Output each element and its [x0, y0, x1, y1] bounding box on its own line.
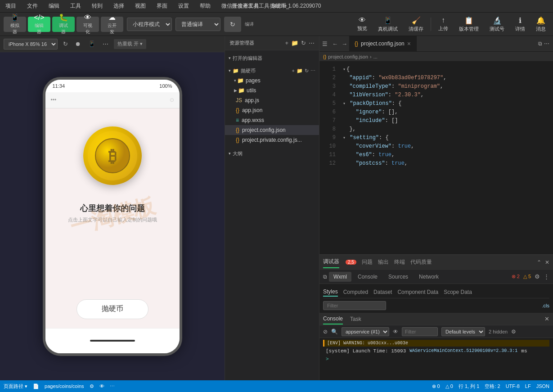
more-files-btn[interactable]: ⋯: [310, 68, 315, 74]
devtools-tab-debugger[interactable]: 调试器: [323, 256, 339, 268]
add-folder-btn[interactable]: 📁: [297, 68, 303, 74]
menu-item-file[interactable]: 文件: [25, 1, 40, 11]
console-prompt[interactable]: >: [323, 356, 549, 363]
message-button[interactable]: 🔔 消息: [532, 17, 549, 32]
status-path[interactable]: 页面路径 ▾: [4, 383, 27, 390]
sim-phone-btn[interactable]: 📱: [86, 40, 97, 48]
outline-section[interactable]: ▾ 大纲: [225, 149, 319, 158]
file-item-appjson[interactable]: {} app.json: [225, 105, 319, 115]
debugger-button[interactable]: 🐛 调试器: [52, 17, 75, 32]
menu-item-edit[interactable]: 编辑: [47, 1, 61, 11]
collapse-btn[interactable]: ⋯: [309, 40, 315, 46]
menu-item-project[interactable]: 项目: [4, 1, 18, 11]
devtools-close-btn[interactable]: ✕: [545, 259, 549, 266]
compile-select[interactable]: 普通编译: [175, 18, 220, 31]
project-header[interactable]: ▾ 📁 抛硬币 + 📁 ↻ ⋯: [225, 66, 319, 76]
devtools-tab-terminal[interactable]: 终端: [394, 257, 405, 268]
menu-item-settings[interactable]: 设置: [176, 1, 191, 11]
console-eye-btn[interactable]: 👁: [393, 329, 398, 335]
file-item-appjs[interactable]: JS app.js: [225, 95, 319, 105]
refresh-btn[interactable]: ↻: [301, 40, 306, 46]
menu-item-help[interactable]: 帮助: [198, 1, 212, 11]
console-close-btn[interactable]: ✕: [544, 315, 549, 322]
mode-select[interactable]: 小程序模式: [127, 18, 172, 31]
file-item-utils[interactable]: ▶ 📁 utils: [225, 86, 319, 95]
inspector-tab-component[interactable]: Component Data: [397, 288, 438, 296]
devtools-tab-output[interactable]: 输出: [378, 257, 389, 268]
devtools-tab-quality[interactable]: 代码质量: [410, 257, 432, 268]
service-select[interactable]: appservice (#1): [342, 327, 389, 336]
menu-item-tools[interactable]: 工具: [68, 1, 83, 11]
filter-input[interactable]: [323, 301, 386, 310]
open-editors-header[interactable]: ▾ 打开的编辑器: [225, 53, 319, 63]
sub-tab-network[interactable]: Network: [414, 272, 443, 282]
status-eye-icon[interactable]: 👁: [99, 383, 104, 389]
throw-coin-button[interactable]: 抛硬币: [76, 299, 148, 319]
inspector-toggle[interactable]: ⧉: [323, 274, 327, 280]
fold-arrow-1[interactable]: ▾: [343, 67, 346, 72]
detail-button[interactable]: ℹ 详情: [512, 17, 529, 32]
upload-button[interactable]: ↑ 上传: [435, 17, 452, 32]
sim-refresh-btn[interactable]: ↻: [61, 40, 70, 48]
more-editor-btn[interactable]: ⋯: [544, 41, 549, 47]
status-more-icon[interactable]: ⋯: [110, 383, 115, 389]
preview-button[interactable]: 👁 预览: [354, 17, 371, 32]
console-clear-btn[interactable]: ⊘: [323, 329, 328, 335]
inspector-tab-styles[interactable]: Styles: [323, 288, 338, 297]
level-select[interactable]: Default levels: [441, 327, 485, 336]
menu-item-goto[interactable]: 转到: [90, 1, 104, 11]
tab-project-config[interactable]: {} project.config.json ×: [349, 36, 417, 52]
real-debug-button[interactable]: 📱 真机调试: [374, 17, 401, 32]
devtools-tab-issues[interactable]: 问题: [362, 257, 373, 268]
devtools-settings-btn[interactable]: ⚙: [535, 273, 540, 280]
editor-button[interactable]: </> 编辑器: [28, 17, 50, 32]
console-filter-btn[interactable]: 🔍: [331, 329, 338, 335]
menu-item-view[interactable]: 视图: [133, 1, 148, 11]
test-button[interactable]: 🔬 测试号: [486, 17, 508, 32]
status-settings-icon[interactable]: ⚙: [90, 383, 94, 389]
editor-forward-btn[interactable]: →: [340, 36, 349, 51]
clear-button[interactable]: 🧹 清缓存: [405, 17, 427, 32]
console-link[interactable]: WAServiceMainContext.512900108v=2.30.3:1: [409, 348, 517, 353]
inspector-tab-scope[interactable]: Scope Data: [444, 288, 472, 296]
menu-item-interface[interactable]: 界面: [155, 1, 169, 11]
new-folder-btn[interactable]: 📁: [291, 40, 298, 46]
sub-tab-wxml[interactable]: Wxml: [329, 272, 351, 282]
menu-item-select[interactable]: 选择: [112, 1, 126, 11]
devtools-more-btn[interactable]: ⋮: [544, 273, 549, 280]
file-item-projectprivate[interactable]: {} project.private.config.js...: [225, 135, 319, 145]
inspector-tab-computed[interactable]: Computed: [343, 288, 368, 296]
file-item-projectconfig[interactable]: {} project.config.json: [225, 125, 319, 135]
new-file-btn[interactable]: +: [285, 40, 288, 46]
editor-back-btn[interactable]: ←: [330, 36, 340, 51]
device-select[interactable]: iPhone X 85% 16: [4, 39, 58, 50]
status-errors[interactable]: ⊗ 0: [432, 383, 440, 389]
split-editor-btn[interactable]: ⧉: [538, 41, 542, 47]
add-file-btn[interactable]: +: [292, 68, 295, 74]
console-filter-input[interactable]: [402, 327, 438, 336]
fold-arrow-5[interactable]: ▾: [343, 101, 346, 106]
compile-button[interactable]: ↻: [224, 17, 241, 32]
hotreload-button[interactable]: 热重载 开 ▾: [114, 39, 146, 49]
editor-sidebar-toggle[interactable]: ☰: [319, 36, 330, 51]
coin-image[interactable]: ₿: [83, 126, 142, 185]
tab-close-btn[interactable]: ×: [407, 40, 411, 47]
visible-button[interactable]: 👁 可视化: [76, 17, 99, 32]
version-button[interactable]: 📋 版本管理: [455, 17, 482, 32]
sub-tab-console[interactable]: Console: [353, 272, 382, 282]
sim-more-btn[interactable]: ⋯: [101, 40, 110, 48]
cls-button[interactable]: .cls: [542, 303, 550, 308]
sub-tab-sources[interactable]: Sources: [384, 272, 413, 282]
inspector-tab-dataset[interactable]: Dataset: [373, 288, 392, 296]
fold-arrow-9[interactable]: ▾: [343, 135, 346, 140]
refresh-files-btn[interactable]: ↻: [305, 68, 309, 74]
status-page-path[interactable]: pages/coins/coins: [45, 383, 84, 389]
status-warnings[interactable]: △ 0: [445, 383, 453, 389]
sim-record-btn[interactable]: ⏺: [73, 40, 83, 48]
coin-title[interactable]: 心里想着你的问题: [68, 203, 157, 214]
file-item-appwxss[interactable]: ≡ app.wxss: [225, 115, 319, 125]
console-gear-icon[interactable]: ⚙: [511, 329, 516, 335]
simulator-button[interactable]: 📱 模拟器: [4, 17, 26, 32]
file-item-pages[interactable]: ▾ 📁 pages: [225, 76, 319, 86]
devtools-expand-btn[interactable]: ⌃: [537, 259, 541, 266]
